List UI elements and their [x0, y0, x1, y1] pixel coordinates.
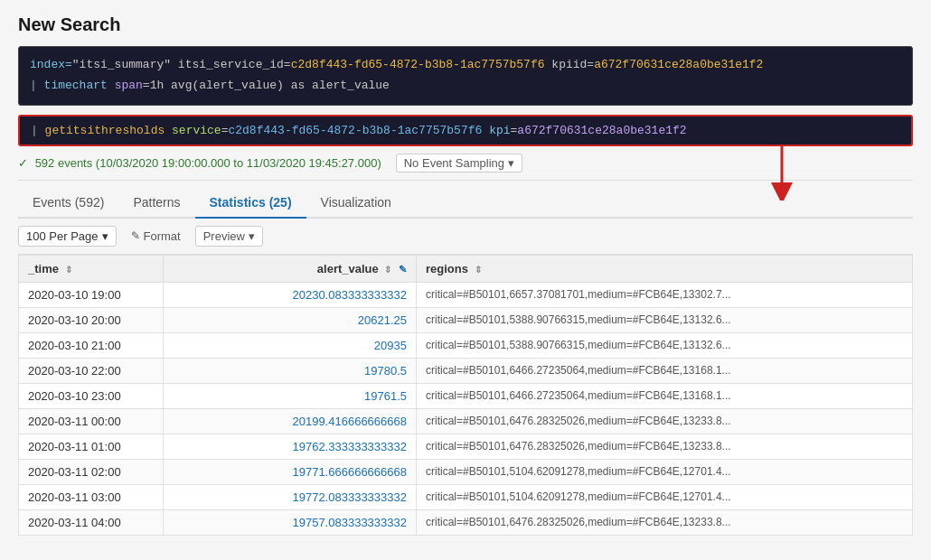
search-line-3-box[interactable]: | getitsithresholds service=c2d8f443-fd6… — [18, 115, 913, 146]
cell-alert-value: 19780.5 — [164, 358, 417, 383]
cell-alert-value: 20230.083333333332 — [164, 282, 417, 307]
cell-time: 2020-03-10 19:00 — [19, 282, 164, 307]
table-row: 2020-03-10 20:0020621.25critical=#B50101… — [19, 307, 913, 332]
per-page-caret-icon: ▾ — [102, 229, 108, 243]
table-row: 2020-03-10 19:0020230.083333333332critic… — [19, 282, 913, 307]
alert-sort-icon: ⇕ — [384, 265, 391, 275]
tab-patterns[interactable]: Patterns — [118, 188, 194, 219]
highlighted-search-container: | getitsithresholds service=c2d8f443-fd6… — [18, 115, 913, 146]
table-row: 2020-03-11 00:0020199.416666666668critic… — [19, 408, 913, 434]
tab-statistics[interactable]: Statistics (25) — [195, 188, 306, 219]
cell-time: 2020-03-10 23:00 — [19, 383, 164, 408]
data-table-container: _time ⇕ alert_value ⇕ ✎ regions ⇕ 2020-0… — [18, 255, 913, 536]
cell-alert-value: 19771.666666666668 — [164, 459, 417, 484]
table-header-row: _time ⇕ alert_value ⇕ ✎ regions ⇕ — [19, 255, 913, 282]
format-button[interactable]: ✎ Format — [131, 229, 181, 243]
search-line-2: | timechart span=1h avg(alert_value) as … — [30, 77, 901, 96]
tabs-bar: Events (592) Patterns Statistics (25) Vi… — [18, 188, 913, 219]
cell-time: 2020-03-11 00:00 — [19, 408, 164, 434]
table-row: 2020-03-10 21:0020935critical=#B50101,53… — [19, 332, 913, 358]
cell-alert-value: 19761.5 — [164, 383, 417, 408]
cell-regions: critical=#B50101,5104.62091278,medium=#F… — [417, 484, 913, 509]
cell-regions: critical=#B50101,6466.27235064,medium=#F… — [417, 358, 913, 383]
cell-alert-value: 19772.083333333332 — [164, 484, 417, 509]
statistics-table: _time ⇕ alert_value ⇕ ✎ regions ⇕ 2020-0… — [18, 255, 913, 536]
cell-alert-value: 20621.25 — [164, 307, 417, 332]
sampling-caret-icon: ▾ — [508, 156, 514, 170]
cell-regions: critical=#B50101,5104.62091278,medium=#F… — [417, 459, 913, 484]
cell-regions: critical=#B50101,6476.28325026,medium=#F… — [417, 509, 913, 535]
col-header-alert-value[interactable]: alert_value ⇕ ✎ — [164, 255, 417, 282]
table-row: 2020-03-11 02:0019771.666666666668critic… — [19, 459, 913, 484]
cell-time: 2020-03-10 21:00 — [19, 332, 164, 358]
cell-regions: critical=#B50101,6476.28325026,medium=#F… — [417, 408, 913, 434]
time-sort-icon: ⇕ — [65, 265, 72, 275]
page-container: New Search index="itsi_summary" itsi_ser… — [0, 0, 931, 550]
cell-regions: critical=#B50101,5388.90766315,medium=#F… — [417, 307, 913, 332]
cell-time: 2020-03-10 22:00 — [19, 358, 164, 383]
check-icon: ✓ — [18, 156, 28, 170]
per-page-button[interactable]: 100 Per Page ▾ — [18, 226, 117, 247]
col-header-time[interactable]: _time ⇕ — [19, 255, 164, 282]
table-row: 2020-03-11 01:0019762.333333333332critic… — [19, 434, 913, 459]
cell-alert-value: 20935 — [164, 332, 417, 358]
cell-regions: critical=#B50101,6466.27235064,medium=#F… — [417, 383, 913, 408]
tab-events[interactable]: Events (592) — [18, 188, 118, 219]
search-line-1: index="itsi_summary" itsi_service_id=c2d… — [30, 56, 901, 75]
table-row: 2020-03-10 23:0019761.5critical=#B50101,… — [19, 383, 913, 408]
preview-caret-icon: ▾ — [249, 229, 255, 243]
preview-button[interactable]: Preview ▾ — [195, 226, 263, 247]
cell-time: 2020-03-10 20:00 — [19, 307, 164, 332]
table-row: 2020-03-11 03:0019772.083333333332critic… — [19, 484, 913, 509]
pencil-icon: ✎ — [131, 229, 140, 242]
cell-regions: critical=#B50101,6657.37081701,medium=#F… — [417, 282, 913, 307]
cell-alert-value: 19757.083333333332 — [164, 509, 417, 535]
alert-edit-icon[interactable]: ✎ — [399, 264, 407, 275]
cell-alert-value: 19762.333333333332 — [164, 434, 417, 459]
table-body: 2020-03-10 19:0020230.083333333332critic… — [19, 282, 913, 535]
no-event-sampling-button[interactable]: No Event Sampling ▾ — [396, 154, 522, 173]
col-header-regions[interactable]: regions ⇕ — [417, 255, 913, 282]
cell-time: 2020-03-11 02:00 — [19, 459, 164, 484]
page-title: New Search — [18, 14, 913, 35]
search-line-3: | getitsithresholds service=c2d8f443-fd6… — [31, 124, 900, 137]
cell-time: 2020-03-11 01:00 — [19, 434, 164, 459]
cell-time: 2020-03-11 03:00 — [19, 484, 164, 509]
table-row: 2020-03-11 04:0019757.083333333332critic… — [19, 509, 913, 535]
cell-time: 2020-03-11 04:00 — [19, 509, 164, 535]
toolbar: 100 Per Page ▾ ✎ Format Preview ▾ — [18, 219, 913, 255]
regions-sort-icon: ⇕ — [475, 265, 482, 275]
cell-alert-value: 20199.416666666668 — [164, 408, 417, 434]
events-count: ✓ 592 events (10/03/2020 19:00:00.000 to… — [18, 156, 381, 170]
tab-visualization[interactable]: Visualization — [306, 188, 406, 219]
cell-regions: critical=#B50101,5388.90766315,medium=#F… — [417, 332, 913, 358]
search-editor[interactable]: index="itsi_summary" itsi_service_id=c2d… — [18, 46, 913, 106]
index-keyword: index= — [30, 58, 72, 71]
cell-regions: critical=#B50101,6476.28325026,medium=#F… — [417, 434, 913, 459]
table-row: 2020-03-10 22:0019780.5critical=#B50101,… — [19, 358, 913, 383]
status-bar: ✓ 592 events (10/03/2020 19:00:00.000 to… — [18, 146, 913, 181]
